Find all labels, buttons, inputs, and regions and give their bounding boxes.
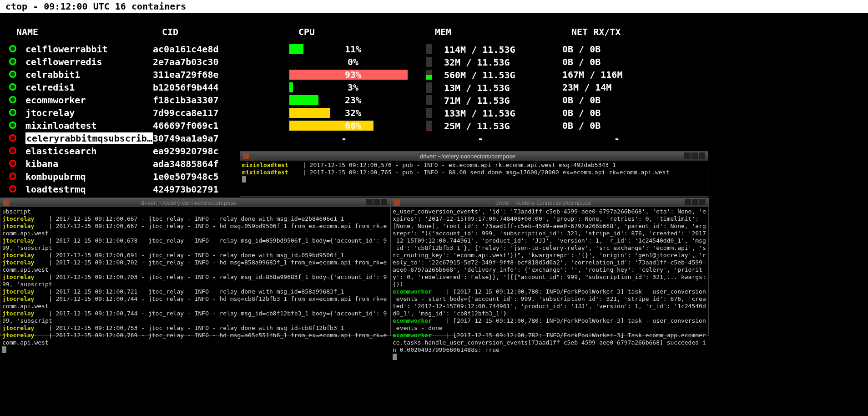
cpu-cell: 66% <box>289 121 417 131</box>
status-icon <box>9 185 16 193</box>
window-titlebar[interactable]: driver: ~/celery-connectors/compose <box>391 198 708 207</box>
net-cell: - <box>562 133 699 144</box>
cursor <box>242 176 246 183</box>
container-name: celeryrabbitmqsubscrib… <box>25 132 153 144</box>
container-name: kombupubrmq <box>25 171 153 182</box>
close-icon[interactable] <box>699 199 706 205</box>
container-name: celflowerredis <box>25 56 153 67</box>
container-name: celflowerrabbit <box>25 44 153 55</box>
terminal-icon <box>3 199 10 206</box>
net-cell: 0B / 0B <box>562 56 699 67</box>
net-cell: 0B / 0B <box>562 95 699 106</box>
container-id: ac0a161c4e8d <box>153 44 289 55</box>
terminal-icon <box>394 199 400 206</box>
container-name: jtocrelay <box>25 107 153 118</box>
container-row[interactable]: celflowerredis2e7aa7b03c300%32M / 11.53G… <box>9 56 868 68</box>
container-name: elasticsearch <box>25 146 153 157</box>
terminal-output[interactable]: ubscriptjtocrelay | 2017-12-15 09:12:00,… <box>0 207 390 355</box>
container-id: 7d99cca8e117 <box>153 107 289 118</box>
mem-cell: 71M / 11.53G <box>426 95 562 105</box>
window-title: driver: ~/celery-connectors/compose <box>12 199 365 206</box>
window-controls[interactable] <box>684 199 706 207</box>
status-icon <box>9 96 16 103</box>
close-icon[interactable] <box>381 199 387 205</box>
window-title: driver: ~/celery-connectors/compose <box>403 199 684 206</box>
mem-cell: 25M / 11.53G <box>426 121 562 131</box>
container-name: ecommworker <box>25 95 153 106</box>
header-name: NAME <box>16 26 162 37</box>
container-id: 466697f069c1 <box>153 120 289 131</box>
header-cid: CID <box>162 26 298 37</box>
status-icon <box>9 58 16 65</box>
minimize-icon[interactable] <box>684 152 691 159</box>
terminal-jtocrelay[interactable]: driver: ~/celery-connectors/compose ubsc… <box>0 198 390 336</box>
terminal-output[interactable]: e_user_conversion_events', 'id': '73aad1… <box>391 207 708 363</box>
terminal-icon <box>243 153 249 159</box>
net-cell: 167M / 116M <box>562 69 699 80</box>
header-mem: MEM <box>435 26 571 37</box>
status-icon <box>9 109 16 116</box>
maximize-icon[interactable] <box>373 199 380 205</box>
close-icon[interactable] <box>699 152 705 159</box>
cpu-cell: 0% <box>289 57 417 67</box>
status-icon <box>9 147 16 154</box>
mem-cell: 32M / 11.53G <box>426 57 562 67</box>
container-name: celredis1 <box>25 82 153 93</box>
cpu-cell: 3% <box>289 82 417 92</box>
container-row[interactable]: celredis1b12056f9b4443%13M / 11.53G23M /… <box>9 81 868 94</box>
container-id: 311ea729f68e <box>153 69 289 80</box>
status-icon <box>9 45 16 52</box>
container-id: b12056f9b444 <box>153 82 289 93</box>
container-row[interactable]: celflowerrabbitac0a161c4e8d11%114M / 11.… <box>9 43 868 56</box>
maximize-icon[interactable] <box>692 199 698 205</box>
cpu-cell: 93% <box>289 70 417 80</box>
window-title: driver: ~/celery-connectors/compose <box>252 153 683 160</box>
container-id: f18c1b3a3307 <box>153 95 289 106</box>
window-controls[interactable] <box>683 152 705 160</box>
header-net: NET RX/TX <box>571 26 708 37</box>
container-row[interactable]: celeryrabbitmqsubscrib…30749aa1a9a7--- <box>9 132 868 145</box>
column-headers: NAME CID CPU MEM NET RX/TX <box>0 13 868 43</box>
net-cell: 0B / 0B <box>562 44 699 55</box>
net-cell: 0B / 0B <box>562 120 699 131</box>
cursor <box>393 354 397 360</box>
container-name: mixinloadtest <box>25 120 153 131</box>
mem-cell: 13M / 11.53G <box>426 82 562 92</box>
mem-cell: 560M / 11.53G <box>426 70 562 80</box>
status-icon <box>9 172 16 180</box>
container-id: 2e7aa7b03c30 <box>153 56 289 67</box>
container-name: kibana <box>25 158 153 169</box>
window-controls[interactable] <box>365 199 387 207</box>
container-row[interactable]: jtocrelay7d99cca8e11732%133M / 11.53G0B … <box>9 107 868 119</box>
status-icon <box>9 71 16 78</box>
cpu-cell: 23% <box>289 95 417 105</box>
cpu-cell: 32% <box>289 108 417 118</box>
status-icon <box>9 134 16 142</box>
minimize-icon[interactable] <box>685 199 691 205</box>
cursor <box>2 346 6 353</box>
ctop-title: ctop - 09:12:00 UTC 16 containers <box>0 0 868 13</box>
container-id: 30749aa1a9a7 <box>153 133 289 144</box>
cpu-cell: 11% <box>289 44 417 54</box>
container-name: celrabbit1 <box>25 69 153 80</box>
status-icon <box>9 160 16 167</box>
terminal-mixinloadtest[interactable]: driver: ~/celery-connectors/compose mixi… <box>240 151 708 197</box>
header-cpu: CPU <box>298 26 435 37</box>
mem-cell: - <box>426 133 562 144</box>
mem-cell: 133M / 11.53G <box>426 108 562 118</box>
container-row[interactable]: mixinloadtest466697f069c166%25M / 11.53G… <box>9 119 868 132</box>
terminal-output[interactable]: mixinloadtest | 2017-12-15 09:12:00,576 … <box>240 161 708 185</box>
window-titlebar[interactable]: driver: ~/celery-connectors/compose <box>0 198 390 207</box>
container-row[interactable]: ecommworkerf18c1b3a330723%71M / 11.53G0B… <box>9 94 868 107</box>
window-titlebar[interactable]: driver: ~/celery-connectors/compose <box>240 152 708 161</box>
cpu-cell: - <box>289 133 426 144</box>
net-cell: 0B / 0B <box>562 107 699 118</box>
container-name: loadtestrmq <box>25 184 153 195</box>
container-row[interactable]: celrabbit1311ea729f68e93%560M / 11.53G16… <box>9 68 868 81</box>
maximize-icon[interactable] <box>691 152 698 159</box>
terminal-ecommworker[interactable]: driver: ~/celery-connectors/compose e_us… <box>390 198 709 336</box>
status-icon <box>9 83 16 91</box>
minimize-icon[interactable] <box>366 199 373 205</box>
net-cell: 23M / 14M <box>562 82 699 93</box>
status-icon <box>9 122 16 129</box>
